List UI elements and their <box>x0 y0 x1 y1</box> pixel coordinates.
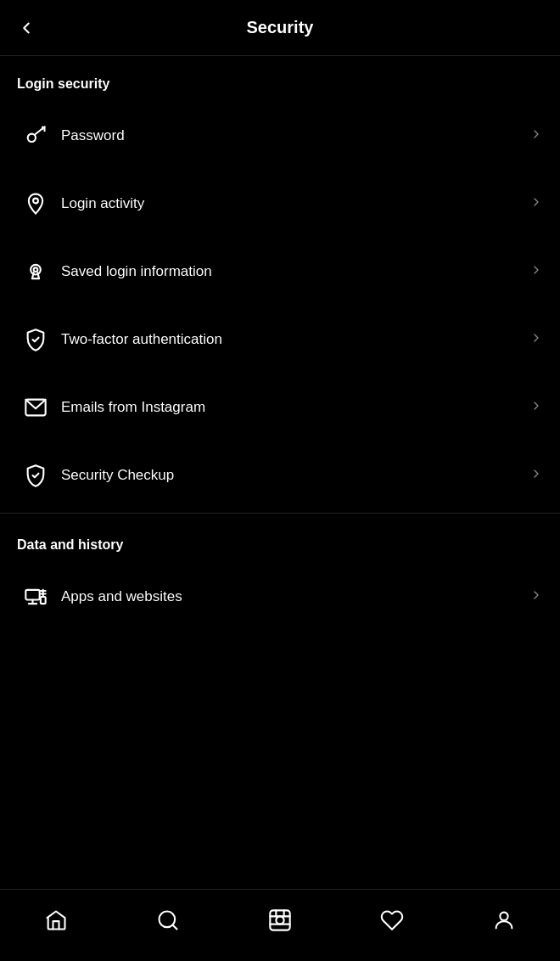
heart-icon <box>380 908 404 932</box>
svg-point-18 <box>276 916 283 924</box>
two-factor-chevron <box>529 331 543 349</box>
apps-websites-item[interactable]: Apps and websites <box>0 563 560 631</box>
back-button[interactable] <box>14 15 39 41</box>
data-history-section: Data and history Apps and websites <box>0 517 560 631</box>
section-divider <box>0 513 560 514</box>
emails-chevron <box>529 399 543 417</box>
svg-point-23 <box>500 913 507 920</box>
password-chevron <box>529 127 543 145</box>
security-checkup-label: Security Checkup <box>61 467 529 484</box>
two-factor-item[interactable]: Two-factor authentication <box>0 306 560 374</box>
page-title: Security <box>247 18 314 37</box>
password-label: Password <box>61 127 529 144</box>
security-checkup-item[interactable]: Security Checkup <box>0 441 560 509</box>
svg-rect-11 <box>41 597 46 604</box>
profile-icon <box>492 908 516 932</box>
saved-login-label: Saved login information <box>61 263 529 280</box>
content: Login security Password <box>0 56 560 889</box>
header: Security <box>0 0 560 56</box>
security-checkup-chevron <box>529 467 543 485</box>
data-history-label: Data and history <box>0 517 560 563</box>
shield-checkmark-icon <box>17 457 54 494</box>
reels-icon <box>268 908 292 932</box>
login-security-section: Login security Password <box>0 56 560 509</box>
emails-item[interactable]: Emails from Instagram <box>0 374 560 441</box>
login-activity-label: Login activity <box>61 195 529 212</box>
activity-nav-button[interactable] <box>372 900 412 941</box>
search-nav-button[interactable] <box>148 900 188 941</box>
svg-point-4 <box>33 199 38 204</box>
profile-nav-button[interactable] <box>484 900 524 941</box>
bottom-nav <box>0 889 560 961</box>
svg-rect-17 <box>270 910 289 930</box>
search-icon <box>156 908 180 932</box>
login-activity-item[interactable]: Login activity <box>0 170 560 238</box>
password-item[interactable]: Password <box>0 102 560 170</box>
saved-login-item[interactable]: Saved login information <box>0 238 560 306</box>
apps-websites-label: Apps and websites <box>61 588 529 605</box>
keyhole-icon <box>17 253 54 290</box>
login-security-label: Login security <box>0 56 560 102</box>
svg-line-16 <box>172 924 176 929</box>
mail-icon <box>17 389 54 426</box>
home-icon <box>44 908 68 932</box>
saved-login-chevron <box>529 263 543 281</box>
login-activity-chevron <box>529 195 543 213</box>
svg-point-0 <box>28 134 36 142</box>
location-icon <box>17 185 54 222</box>
shield-check-icon <box>17 321 54 358</box>
emails-label: Emails from Instagram <box>61 399 529 416</box>
key-icon <box>17 117 54 155</box>
apps-websites-chevron <box>529 588 543 606</box>
svg-point-5 <box>31 265 41 275</box>
reels-nav-button[interactable] <box>260 900 300 941</box>
svg-point-6 <box>34 267 38 272</box>
home-nav-button[interactable] <box>36 900 76 941</box>
apps-icon <box>17 578 54 615</box>
two-factor-label: Two-factor authentication <box>61 331 529 348</box>
svg-rect-8 <box>25 590 39 600</box>
